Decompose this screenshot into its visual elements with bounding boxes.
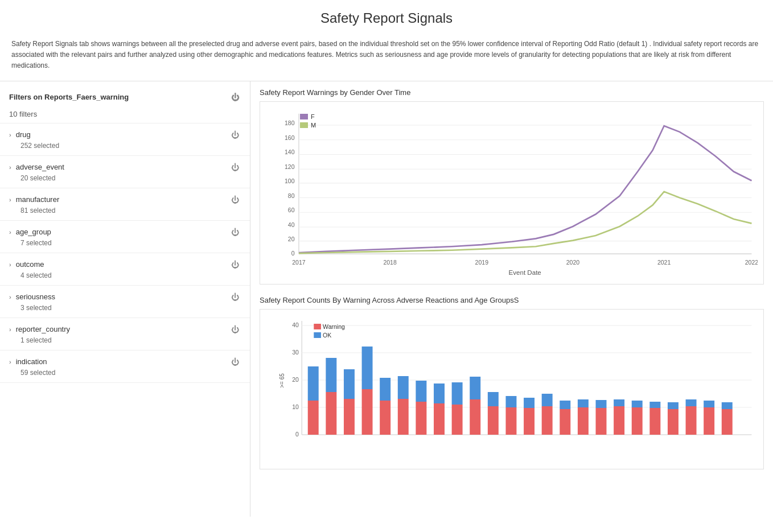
- chevron-icon-drug: ›: [9, 131, 11, 138]
- chevron-icon-age_group: ›: [9, 229, 11, 236]
- content-area: Safety Report Warnings by Gender Over Ti…: [250, 81, 773, 517]
- bar-chart-section: Safety Report Counts By Warning Across A…: [260, 296, 764, 469]
- legend-item-f: F: [300, 113, 316, 120]
- line-chart-section: Safety Report Warnings by Gender Over Ti…: [260, 88, 764, 284]
- svg-rect-90: [704, 407, 714, 435]
- svg-rect-72: [542, 406, 553, 435]
- svg-rect-51: [344, 369, 355, 399]
- svg-text:2018: 2018: [383, 259, 397, 266]
- svg-rect-85: [649, 402, 660, 408]
- svg-text:0: 0: [295, 431, 299, 438]
- sidebar-power-icon[interactable]: ⏻: [229, 92, 241, 103]
- svg-rect-71: [524, 398, 534, 408]
- svg-rect-57: [398, 376, 409, 399]
- filter-expand-age_group[interactable]: › age_group: [9, 228, 51, 236]
- chevron-icon-seriousness: ›: [9, 294, 11, 300]
- power-icon-reporter_country[interactable]: ⏻: [229, 324, 241, 335]
- filter-row-indication: › indication ⏻: [9, 356, 241, 368]
- power-icon-drug[interactable]: ⏻: [229, 129, 241, 141]
- svg-text:80: 80: [288, 192, 295, 199]
- filter-row-adverse_event: › adverse_event ⏻: [9, 162, 241, 173]
- filter-expand-indication[interactable]: › indication: [9, 357, 47, 366]
- svg-rect-70: [524, 408, 534, 435]
- svg-rect-87: [668, 402, 679, 409]
- svg-text:>= 65: >= 65: [278, 373, 285, 387]
- svg-text:100: 100: [285, 177, 295, 184]
- power-icon-outcome[interactable]: ⏻: [229, 259, 241, 270]
- svg-rect-93: [722, 402, 733, 409]
- sidebar-header-label: Filters on Reports_Faers_warning: [9, 93, 129, 101]
- filter-item-age_group: › age_group ⏻ 7 selected: [0, 221, 250, 253]
- filter-expand-reporter_country[interactable]: › reporter_country: [9, 325, 70, 333]
- filter-expand-seriousness[interactable]: › seriousness: [9, 292, 55, 301]
- sidebar: Filters on Reports_Faers_warning ⏻ 10 fi…: [0, 81, 250, 517]
- filter-item-adverse_event: › adverse_event ⏻ 20 selected: [0, 156, 250, 188]
- svg-text:160: 160: [285, 134, 295, 141]
- legend-label-f: F: [311, 113, 315, 120]
- filter-name-outcome: outcome: [16, 260, 44, 269]
- filter-expand-outcome[interactable]: › outcome: [9, 260, 44, 269]
- svg-rect-62: [452, 405, 463, 435]
- svg-rect-75: [560, 401, 570, 409]
- svg-rect-78: [596, 408, 607, 435]
- svg-text:10: 10: [292, 404, 299, 410]
- description-text: Safety Report Signals tab shows warnings…: [0, 33, 773, 81]
- svg-text:OK: OK: [323, 332, 331, 339]
- svg-rect-53: [362, 347, 373, 389]
- filter-name-manufacturer: manufacturer: [16, 195, 60, 204]
- power-icon-indication[interactable]: ⏻: [229, 356, 241, 368]
- filter-expand-adverse_event[interactable]: › adverse_event: [9, 163, 64, 171]
- filter-selected-manufacturer: 81 selected: [9, 207, 241, 215]
- line-chart-container: F M 0 20: [260, 101, 764, 284]
- filter-row-seriousness: › seriousness ⏻: [9, 291, 241, 303]
- svg-rect-52: [362, 389, 373, 435]
- svg-text:60: 60: [288, 207, 295, 213]
- svg-rect-42: [314, 324, 321, 329]
- svg-rect-64: [470, 399, 480, 435]
- filter-name-seriousness: seriousness: [16, 292, 55, 301]
- filter-expand-manufacturer[interactable]: › manufacturer: [9, 195, 59, 204]
- svg-rect-46: [308, 401, 319, 435]
- filter-selected-indication: 59 selected: [9, 369, 241, 377]
- svg-text:2021: 2021: [657, 259, 671, 266]
- filter-selected-age_group: 7 selected: [9, 239, 241, 247]
- svg-rect-58: [416, 402, 426, 435]
- svg-rect-67: [488, 392, 499, 406]
- svg-rect-82: [632, 407, 643, 435]
- filter-name-reporter_country: reporter_country: [16, 325, 70, 333]
- power-icon-age_group[interactable]: ⏻: [229, 226, 241, 238]
- svg-text:20: 20: [288, 235, 295, 242]
- power-icon-seriousness[interactable]: ⏻: [229, 291, 241, 303]
- page-title: Safety Report Signals: [0, 0, 773, 33]
- svg-text:2020: 2020: [566, 259, 580, 266]
- svg-rect-56: [398, 399, 409, 435]
- svg-rect-86: [668, 409, 679, 435]
- svg-rect-88: [686, 406, 697, 435]
- svg-text:2019: 2019: [475, 259, 489, 266]
- filter-row-manufacturer: › manufacturer ⏻: [9, 194, 241, 205]
- power-icon-adverse_event[interactable]: ⏻: [229, 162, 241, 173]
- filter-name-drug: drug: [16, 130, 31, 139]
- svg-text:Event Date: Event Date: [509, 268, 541, 275]
- line-chart-wrap: F M 0 20: [266, 108, 758, 278]
- filter-selected-seriousness: 3 selected: [9, 304, 241, 312]
- svg-rect-68: [505, 407, 516, 435]
- bar-chart-svg: 0 10 20 30 40 Count of Records >= 65 War…: [266, 315, 758, 463]
- svg-rect-83: [632, 401, 643, 407]
- svg-rect-66: [488, 406, 499, 435]
- chevron-icon-outcome: ›: [9, 261, 11, 268]
- svg-text:2017: 2017: [292, 259, 306, 266]
- legend-item-m: M: [300, 122, 316, 129]
- legend-color-m: [300, 122, 308, 128]
- power-icon-manufacturer[interactable]: ⏻: [229, 194, 241, 205]
- chevron-icon-adverse_event: ›: [9, 164, 11, 171]
- legend-color-f: [300, 114, 308, 119]
- filter-row-drug: › drug ⏻: [9, 129, 241, 141]
- filter-list: › drug ⏻ 252 selected › adverse_event ⏻ …: [0, 123, 250, 383]
- filter-expand-drug[interactable]: › drug: [9, 130, 31, 139]
- svg-rect-63: [452, 382, 463, 405]
- filter-item-reporter_country: › reporter_country ⏻ 1 selected: [0, 318, 250, 350]
- svg-rect-69: [505, 396, 516, 407]
- line-chart-title: Safety Report Warnings by Gender Over Ti…: [260, 88, 764, 97]
- filter-selected-adverse_event: 20 selected: [9, 174, 241, 182]
